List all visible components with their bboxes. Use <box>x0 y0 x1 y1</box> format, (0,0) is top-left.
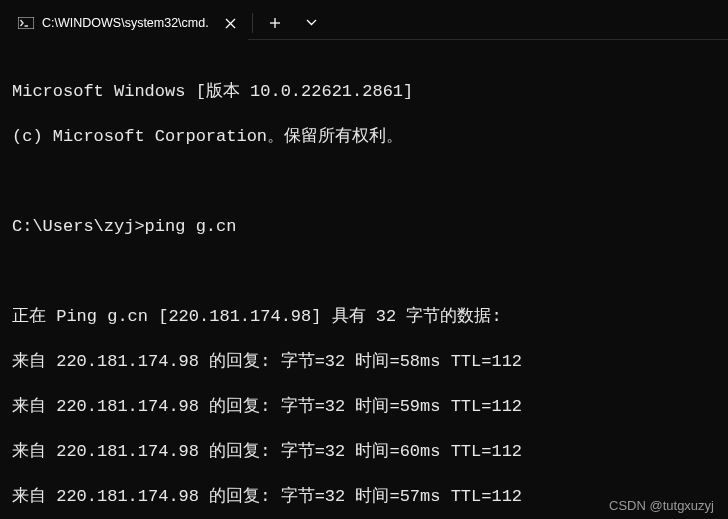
terminal-output[interactable]: Microsoft Windows [版本 10.0.22621.2861] (… <box>0 44 728 519</box>
prompt-line: C:\Users\zyj>ping g.cn <box>12 216 718 239</box>
watermark: CSDN @tutgxuzyj <box>609 498 714 513</box>
tab-cmd[interactable]: C:\WINDOWS\system32\cmd. <box>8 6 248 40</box>
tab-divider <box>252 13 253 33</box>
tab-title: C:\WINDOWS\system32\cmd. <box>42 16 214 30</box>
blank-line <box>12 171 718 194</box>
blank-line <box>12 261 718 284</box>
os-version-line: Microsoft Windows [版本 10.0.22621.2861] <box>12 81 718 104</box>
cmd-icon <box>18 15 34 31</box>
title-bar: C:\WINDOWS\system32\cmd. <box>0 0 728 44</box>
ping-reply-line: 来自 220.181.174.98 的回复: 字节=32 时间=60ms TTL… <box>12 441 718 464</box>
ping-header-line: 正在 Ping g.cn [220.181.174.98] 具有 32 字节的数… <box>12 306 718 329</box>
tabbar-rest <box>248 6 728 40</box>
new-tab-button[interactable] <box>257 6 293 40</box>
copyright-line: (c) Microsoft Corporation。保留所有权利。 <box>12 126 718 149</box>
svg-rect-0 <box>18 17 34 29</box>
ping-reply-line: 来自 220.181.174.98 的回复: 字节=32 时间=59ms TTL… <box>12 396 718 419</box>
ping-reply-line: 来自 220.181.174.98 的回复: 字节=32 时间=58ms TTL… <box>12 351 718 374</box>
tab-dropdown-button[interactable] <box>293 6 329 40</box>
close-icon[interactable] <box>222 15 238 31</box>
